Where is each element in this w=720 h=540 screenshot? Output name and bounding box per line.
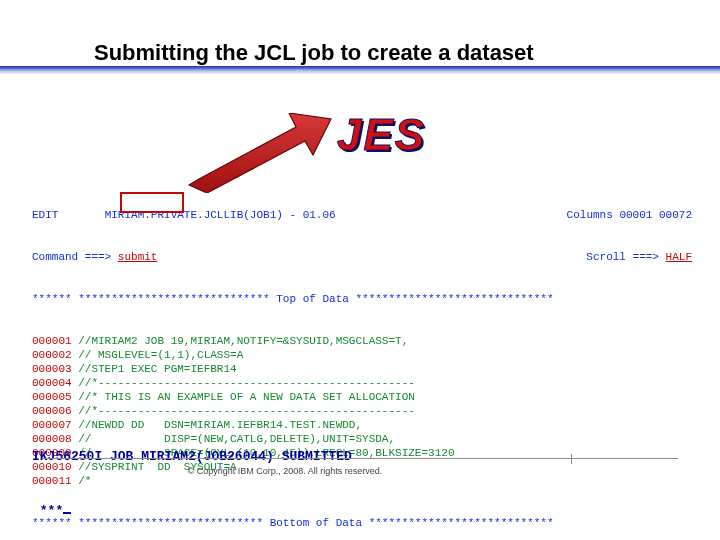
line-number: 000004 [32, 376, 78, 390]
line-text: //MIRIAM2 JOB 19,MIRIAM,NOTIFY=&SYSUID,M… [78, 334, 408, 348]
svg-marker-0 [189, 113, 331, 193]
message-line-2: *** [32, 503, 63, 518]
jes-callout: JES [337, 110, 426, 160]
edit-mode-label: EDIT [32, 208, 58, 222]
page-title: Submitting the JCL job to create a datas… [90, 40, 538, 66]
code-line: 000001 //MIRIAM2 JOB 19,MIRIAM,NOTIFY=&S… [32, 334, 692, 348]
command-highlight-box [120, 192, 184, 213]
footer-divider [42, 458, 678, 459]
line-text: // MSGLEVEL=(1,1),CLASS=A [78, 348, 243, 362]
cursor-icon [63, 512, 71, 514]
top-of-data-rule: ****** ***************************** Top… [32, 292, 692, 306]
code-line: 000005 //* THIS IS AN EXAMPLE OF A NEW D… [32, 390, 692, 404]
line-number: 000002 [32, 348, 78, 362]
scroll-label: Scroll ===> [586, 250, 659, 264]
line-text: //* THIS IS AN EXAMPLE OF A NEW DATA SET… [78, 390, 415, 404]
message-line-1: IKJ56250I JOB MIRIAM2(JOB26044) SUBMITTE… [32, 448, 352, 466]
command-input[interactable]: submit [118, 250, 158, 264]
submission-message: IKJ56250I JOB MIRIAM2(JOB26044) SUBMITTE… [32, 412, 352, 540]
line-number: 000003 [32, 362, 78, 376]
line-text: //*-------------------------------------… [78, 376, 415, 390]
code-line: 000004 //*------------------------------… [32, 376, 692, 390]
code-line: 000003 //STEP1 EXEC PGM=IEFBR14 [32, 362, 692, 376]
footer-separator [571, 454, 572, 464]
copyright-text: © Copyright IBM Corp., 2008. All rights … [0, 466, 570, 476]
code-line: 000002 // MSGLEVEL=(1,1),CLASS=A [32, 348, 692, 362]
title-accent-bar [0, 66, 720, 74]
scroll-input[interactable]: HALF [666, 250, 692, 264]
line-number: 000005 [32, 390, 78, 404]
line-number: 000001 [32, 334, 78, 348]
line-text: //STEP1 EXEC PGM=IEFBR14 [78, 362, 236, 376]
columns-indicator: Columns 00001 00072 [567, 208, 692, 222]
arrow-icon [185, 113, 345, 193]
command-prompt-label: Command ===> [32, 250, 111, 264]
